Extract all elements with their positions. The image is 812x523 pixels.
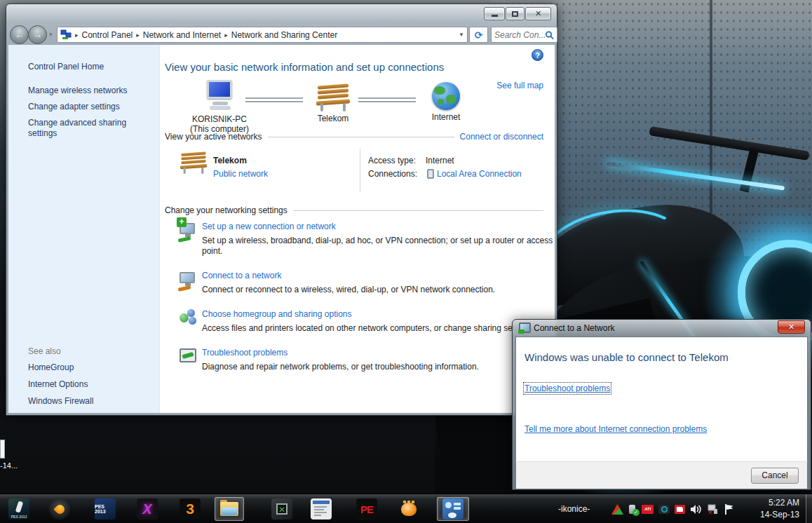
taskbar-app-photo-viewer[interactable]: ✕	[269, 497, 295, 521]
taskbar-app-pes2013-box[interactable]: PES 2013	[92, 497, 119, 521]
tray-aimp-icon[interactable]	[611, 503, 623, 515]
connect-to-network-dialog: Connect to a Network ✕ Windows was unabl…	[512, 319, 811, 490]
address-bar[interactable]: ▸ Control Panel ▸ Network and Internet ▸…	[57, 27, 468, 43]
dialog-network-icon	[519, 322, 531, 333]
sidebar-item-homegroup[interactable]: HomeGroup	[28, 362, 93, 373]
windows-explorer-icon	[219, 498, 240, 519]
internet-globe-icon	[432, 82, 460, 110]
search-icon[interactable]	[545, 30, 554, 40]
map-node-internet[interactable]: Internet	[407, 82, 485, 122]
tray-media-app-icon[interactable]	[674, 503, 686, 515]
desktop-file-icon[interactable]	[0, 440, 5, 459]
access-type-label: Access type:	[368, 156, 426, 165]
forward-button[interactable]: →	[28, 25, 47, 44]
map-node-network[interactable]: Telekom	[295, 83, 372, 123]
homegroup-icon	[178, 308, 199, 329]
control-panel-icon	[442, 498, 463, 519]
tray-webcam-icon[interactable]	[658, 503, 670, 515]
crumb-separator-icon: ▸	[136, 32, 140, 39]
dialog-title: Connect to a Network	[534, 323, 614, 333]
divider	[268, 137, 454, 137]
back-button[interactable]: ←	[10, 25, 29, 44]
dialog-close-button[interactable]: ✕	[778, 320, 805, 334]
purple-x-icon: X	[137, 498, 158, 519]
active-network-type-link[interactable]: Public network	[213, 169, 268, 179]
crumb-separator-icon: ▸	[75, 32, 79, 39]
computer-icon	[201, 80, 238, 112]
troubleshoot-problems-link[interactable]: Troubleshoot problems	[202, 348, 287, 358]
tray-safely-remove-hardware-icon[interactable]: ✓	[626, 503, 638, 515]
search-box[interactable]	[491, 27, 557, 43]
close-icon: ✕	[788, 322, 794, 332]
show-desktop-button[interactable]	[806, 494, 812, 523]
taskbar-app-document-viewer[interactable]	[308, 497, 334, 521]
network-sharing-center-window: ✕ ← → ▾ ▸ Control Panel ▸ Network and In…	[6, 4, 557, 416]
active-network-icon	[175, 149, 208, 177]
taskbar: PES 2013 PES 2013 X 3 ✕	[0, 494, 812, 523]
close-button[interactable]: ✕	[525, 7, 551, 20]
nav-history-chevron-icon[interactable]: ▾	[49, 31, 53, 38]
window-titlebar[interactable]: ✕	[6, 4, 557, 24]
taskbar-app-gom-player[interactable]	[395, 497, 422, 521]
sidebar-item-control-panel-home[interactable]: Control Panel Home	[28, 62, 104, 72]
refresh-icon: ⟳	[475, 29, 483, 41]
access-type-value: Internet	[426, 156, 454, 165]
sidebar-item-advanced-sharing[interactable]: Change advanced sharing settings	[28, 118, 147, 139]
network-name: Telekom	[295, 114, 372, 123]
help-button[interactable]: ?	[532, 49, 543, 61]
taskbar-app-windows-explorer[interactable]	[215, 497, 244, 521]
tray-clock[interactable]: 5:22 AM 14-Sep-13	[760, 497, 799, 521]
breadcrumb-network-and-internet[interactable]: Network and Internet	[143, 30, 221, 40]
dialog-troubleshoot-link[interactable]: Troubleshoot problems	[525, 383, 610, 393]
refresh-button[interactable]: ⟳	[469, 27, 488, 43]
desktop-file-label: -14...	[0, 461, 18, 470]
sidebar-item-internet-options[interactable]: Internet Options	[28, 379, 93, 390]
homegroup-options-desc: Access files and printers located on oth…	[202, 323, 556, 334]
divider	[360, 149, 360, 192]
connect-to-network-link[interactable]: Connect to a network	[202, 271, 281, 280]
local-area-connection-link[interactable]: Local Area Connection	[437, 169, 522, 179]
map-node-this-computer[interactable]: KORISNIK-PC (This computer)	[181, 80, 258, 134]
cancel-button[interactable]: Cancel	[751, 468, 799, 484]
taskbar-app-three[interactable]: 3	[177, 497, 203, 521]
homegroup-options-link[interactable]: Choose homegroup and sharing options	[202, 309, 351, 319]
lan-adapter-icon	[427, 169, 434, 179]
taskbar-app-pe[interactable]: PE	[353, 497, 380, 521]
taskbar-app-purple-x[interactable]: X	[134, 497, 161, 521]
see-full-map-link[interactable]: See full map	[496, 81, 543, 90]
tray-toolbar-label[interactable]: -ikonice-	[558, 504, 590, 514]
crumb-separator-icon: ▸	[224, 32, 228, 39]
connect-or-disconnect-link[interactable]: Connect or disconnect	[460, 132, 543, 142]
sidebar-item-manage-wireless[interactable]: Manage wireless networks	[28, 86, 147, 96]
breadcrumb-control-panel[interactable]: Control Panel	[82, 30, 133, 40]
setup-new-connection-link[interactable]: Set up a new connection or network	[202, 222, 336, 231]
tray-ati-catalyst-icon[interactable]: ATI	[642, 503, 654, 515]
sidebar-item-windows-firewall[interactable]: Windows Firewall	[28, 396, 93, 407]
change-settings-label: Change your networking settings	[165, 205, 287, 215]
dialog-heading: Windows was unable to connect to Telekom	[525, 351, 729, 363]
breadcrumb-network-sharing-center[interactable]: Network and Sharing Center	[231, 30, 337, 40]
tray-network-disconnected-icon[interactable]: ✕	[707, 503, 719, 515]
speaker-icon	[690, 504, 702, 515]
pe-app-icon: PE	[356, 498, 377, 519]
photo-viewer-icon: ✕	[271, 498, 292, 519]
window-content: Control Panel Home Manage wireless netwo…	[8, 45, 555, 413]
minimize-button[interactable]	[484, 7, 505, 20]
minimize-icon	[492, 15, 498, 17]
close-icon: ✕	[535, 9, 541, 18]
sidebar-item-change-adapter[interactable]: Change adapter settings	[28, 102, 147, 112]
maximize-button[interactable]	[506, 7, 525, 20]
back-icon: ←	[15, 29, 24, 40]
tray-action-center-flag-icon[interactable]	[723, 503, 735, 515]
taskbar-app-pes2013-game[interactable]: PES 2013	[6, 497, 32, 521]
address-dropdown-icon[interactable]: ▼	[459, 32, 464, 38]
clock-date: 14-Sep-13	[760, 509, 799, 521]
document-viewer-icon	[311, 498, 332, 519]
network-plug-icon: ✕	[707, 504, 719, 515]
taskbar-app-fl-studio[interactable]	[46, 497, 73, 521]
dialog-more-info-link[interactable]: Tell me more about Internet connection p…	[525, 424, 707, 434]
taskbar-app-control-panel[interactable]	[437, 497, 469, 521]
tray-volume-icon[interactable]	[690, 503, 702, 515]
search-input[interactable]	[494, 30, 545, 40]
setup-new-connection-desc: Set up a wireless, broadband, dial-up, a…	[202, 236, 556, 257]
